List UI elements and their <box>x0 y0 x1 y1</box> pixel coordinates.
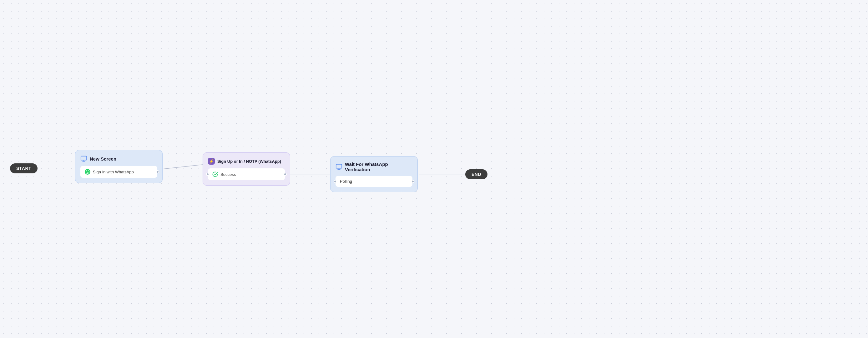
signup-port-right <box>284 173 287 176</box>
screen-icon <box>80 155 87 162</box>
end-label: END <box>465 169 488 179</box>
whatsapp-icon <box>85 169 90 175</box>
wait-item-wrapper: Polling <box>336 176 412 187</box>
new-screen-card[interactable]: New Screen Sign In with WhatsApp <box>75 150 163 183</box>
signup-port-left <box>206 173 209 176</box>
success-icon <box>212 171 218 177</box>
svg-rect-7 <box>336 164 342 168</box>
signup-header: ⚡ Sign Up or In / NOTP (WhatsApp) <box>208 158 285 165</box>
wait-item: Polling <box>336 176 412 187</box>
wait-port-left <box>334 180 337 183</box>
new-screen-port-right <box>156 170 159 173</box>
new-screen-title: New Screen <box>90 156 116 162</box>
lightning-icon: ⚡ <box>208 158 215 165</box>
wait-screen-icon <box>336 163 342 170</box>
signup-item: Success <box>208 168 285 180</box>
svg-rect-4 <box>81 156 87 160</box>
wait-header: Wait For WhatsApp Verification <box>336 162 412 172</box>
start-node: START <box>10 163 37 173</box>
new-screen-item-wrapper: Sign In with WhatsApp <box>80 166 157 178</box>
new-screen-item: Sign In with WhatsApp <box>80 166 157 178</box>
new-screen-header: New Screen <box>80 155 157 162</box>
wait-title: Wait For WhatsApp Verification <box>345 162 412 172</box>
signup-item-label: Success <box>220 172 236 177</box>
signup-card[interactable]: ⚡ Sign Up or In / NOTP (WhatsApp) Succes… <box>203 153 290 185</box>
new-screen-item-label: Sign In with WhatsApp <box>93 170 134 174</box>
signup-item-wrapper: Success <box>208 168 285 180</box>
svg-line-1 <box>163 165 203 169</box>
end-node: END <box>465 169 488 179</box>
wait-port-right <box>411 180 414 183</box>
start-label: START <box>10 163 37 173</box>
signup-title: Sign Up or In / NOTP (WhatsApp) <box>217 159 281 164</box>
wait-card[interactable]: Wait For WhatsApp Verification Polling <box>330 156 418 192</box>
wait-item-label: Polling <box>340 179 352 184</box>
